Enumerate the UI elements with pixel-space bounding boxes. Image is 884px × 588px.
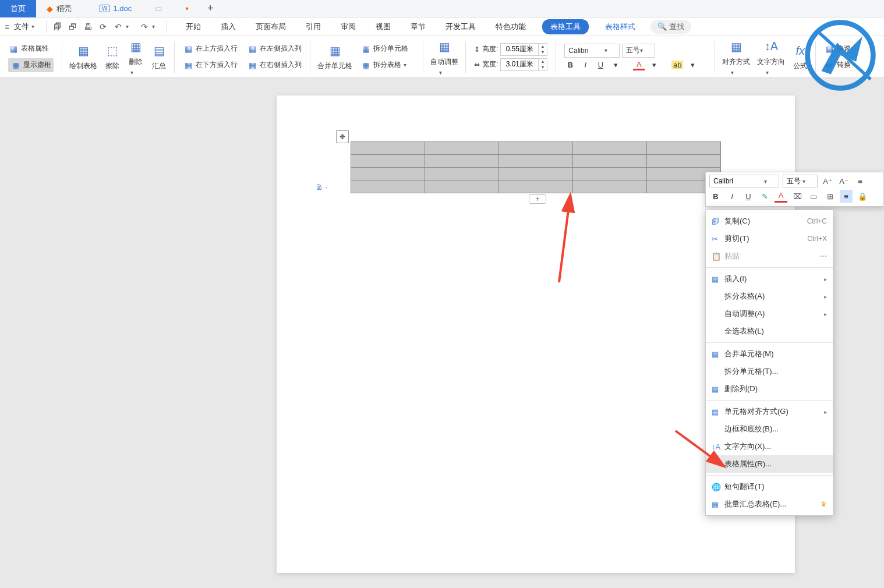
ctx-autofit[interactable]: 自动调整(A)▸ (706, 305, 833, 323)
mini-lock-icon[interactable]: 🔒 (856, 190, 869, 203)
ctx-cut[interactable]: ✂剪切(T)Ctrl+X (706, 230, 833, 247)
redo-icon[interactable]: ↷ (138, 20, 151, 33)
tab-document[interactable]: W 1.doc ▭ • (82, 0, 199, 17)
ctx-cell-align[interactable]: ▦单元格对齐方式(G)▸ (706, 403, 833, 420)
tab-close-icon[interactable]: • (185, 3, 189, 14)
autofit-button[interactable]: ▦自动调整▾ (428, 37, 461, 77)
mini-highlight-button[interactable]: ✎ (758, 190, 771, 203)
ctx-split-table[interactable]: 拆分表格(A)▸ (706, 288, 833, 305)
tab-table-tools[interactable]: 表格工具 (542, 19, 589, 34)
mini-align-icon[interactable]: ≡ (840, 190, 853, 203)
tab-home[interactable]: 首页 (0, 0, 36, 17)
mini-font-select[interactable]: Calibri▾ (709, 175, 779, 187)
tab-table-style[interactable]: 表格样式 (602, 19, 639, 34)
tab-section[interactable]: 章节 (407, 19, 429, 34)
ctx-insert[interactable]: ▦插入(I)▸ (706, 270, 833, 288)
ctx-split-cells[interactable]: 拆分单元格(T)... (706, 363, 833, 380)
tab-start[interactable]: 开始 (182, 19, 204, 34)
bold-button[interactable]: B (564, 61, 576, 69)
tab-devtools[interactable]: 开发工具 (442, 19, 479, 34)
spin-up-icon[interactable]: ▴ (539, 44, 547, 49)
ctx-batch-summary[interactable]: ▦批量汇总表格(E)...♛ (706, 495, 833, 513)
formula-button[interactable]: fx公式 (790, 41, 811, 72)
draw-table-button[interactable]: ▦绘制表格 (67, 41, 100, 72)
show-gridlines-button[interactable]: ▦显示虚框 (8, 58, 54, 72)
increase-font-icon[interactable]: A⁺ (821, 175, 834, 187)
align-icon: ▦ (712, 408, 724, 416)
context-menu: 🗐复制(C)Ctrl+C ✂剪切(T)Ctrl+X 📋粘贴⋯ ▦插入(I)▸ 拆… (705, 210, 833, 516)
height-input[interactable]: ▴▾ (500, 43, 547, 56)
hamburger-icon[interactable]: ≡ (5, 22, 9, 31)
mini-shading-icon[interactable]: ▭ (807, 190, 820, 203)
line-spacing-icon[interactable]: ≡ (854, 175, 867, 187)
mini-format-painter-icon[interactable]: ⌧ (791, 190, 804, 203)
chevron-down-icon[interactable]: ▾ (31, 23, 34, 30)
font-color-button[interactable]: A (633, 60, 645, 70)
delete-col-icon: ▦ (712, 385, 724, 394)
mini-italic-button[interactable]: I (726, 190, 738, 203)
tab-docke[interactable]: ◆稻壳 (36, 0, 82, 17)
tab-reference[interactable]: 引用 (302, 19, 324, 34)
tab-view[interactable]: 视图 (372, 19, 394, 34)
ctx-text-direction[interactable]: ↕A文字方向(X)... (706, 438, 833, 455)
tab-review[interactable]: 审阅 (337, 19, 359, 34)
font-size-select[interactable]: 五号▾ (622, 44, 655, 58)
delete-button[interactable]: ▦删除▾ (125, 37, 146, 77)
split-table-button[interactable]: ▦拆分表格▾ (360, 58, 415, 72)
insert-col-left-button[interactable]: ▦在左侧插入列 (247, 42, 302, 56)
undo-icon[interactable]: ↶ (112, 20, 125, 33)
mini-size-select[interactable]: 五号▾ (783, 175, 818, 187)
highlight-button[interactable]: ab (671, 61, 683, 69)
font-family-select[interactable]: Calibri▾ (564, 44, 620, 58)
insert-row-below-button[interactable]: ▦在下方插入行 (183, 58, 238, 72)
insert-row-above-button[interactable]: ▦在上方插入行 (183, 42, 238, 56)
italic-button[interactable]: I (579, 61, 591, 69)
ctx-copy[interactable]: 🗐复制(C)Ctrl+C (706, 212, 833, 230)
print-preview-icon[interactable]: 🗗 (66, 20, 79, 33)
underline-button[interactable]: U (595, 61, 606, 69)
mini-bold-button[interactable]: B (709, 190, 722, 203)
tab-special[interactable]: 特色功能 (492, 19, 529, 34)
ctx-table-properties[interactable]: 表格属性(R)... (706, 455, 833, 473)
word-icon: W (100, 5, 109, 12)
spin-up-icon[interactable]: ▴ (539, 59, 547, 65)
decrease-font-icon[interactable]: A⁻ (837, 175, 850, 187)
chevron-down-icon[interactable]: ▾ (152, 23, 155, 30)
print-icon[interactable]: 🖶 (82, 20, 94, 33)
alignment-button[interactable]: ▦对齐方式▾ (720, 37, 752, 77)
add-row-button[interactable]: + (529, 194, 546, 204)
spin-down-icon[interactable]: ▾ (539, 49, 547, 55)
ctx-merge-cells[interactable]: ▦合并单元格(M) (706, 345, 833, 363)
convert-button[interactable]: ⇄转换 (824, 58, 851, 72)
width-input[interactable]: ▴▾ (500, 58, 547, 71)
mini-font-color-button[interactable]: A (775, 190, 787, 203)
screen-icon[interactable]: ▭ (155, 4, 162, 13)
textdir-icon: ↕A (712, 442, 724, 451)
ctx-translate[interactable]: 🌐短句翻译(T) (706, 478, 833, 495)
table-move-handle[interactable]: ✥ (336, 130, 349, 143)
refresh-icon[interactable]: ⟳ (97, 20, 109, 33)
chevron-down-icon[interactable]: ▾ (126, 23, 129, 30)
spin-down-icon[interactable]: ▾ (539, 65, 547, 70)
ctx-select-table[interactable]: 全选表格(L) (706, 323, 833, 340)
file-menu[interactable]: 文件 (14, 22, 29, 32)
search-box[interactable]: 🔍 查找 (650, 20, 691, 34)
merge-cells-button[interactable]: ▦合并单元格 (315, 41, 355, 72)
split-cells-button[interactable]: ▦拆分单元格 (360, 42, 415, 56)
ctx-border-shading[interactable]: 边框和底纹(B)... (706, 420, 833, 438)
quick-button[interactable]: ▦快速 (824, 42, 851, 56)
mini-border-icon[interactable]: ⊞ (823, 190, 836, 203)
page-marker-icon: 🗎 · (316, 183, 327, 192)
insert-col-right-button[interactable]: ▦在右侧插入列 (247, 58, 302, 72)
document-table[interactable] (351, 141, 721, 193)
text-direction-button[interactable]: ↕A文字方向▾ (755, 37, 787, 77)
save-icon[interactable]: 🗐 (51, 20, 64, 33)
tab-insert[interactable]: 插入 (217, 19, 239, 34)
summary-button[interactable]: ▤汇总 (148, 41, 169, 72)
table-properties-button[interactable]: ▦表格属性 (8, 42, 54, 56)
new-tab-button[interactable]: + (199, 2, 222, 15)
mini-underline-button[interactable]: U (742, 190, 755, 203)
tab-layout[interactable]: 页面布局 (252, 19, 289, 34)
eraser-button[interactable]: ⬚擦除 (102, 41, 123, 72)
ctx-delete-column[interactable]: ▦删除列(D) (706, 380, 833, 398)
